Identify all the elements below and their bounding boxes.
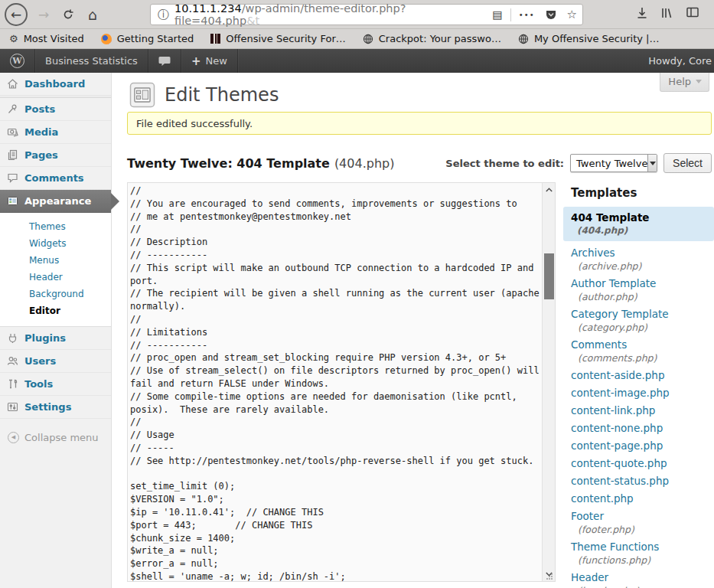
template-item: Archives (archive.php) <box>563 247 714 272</box>
bookmark-label: My Offensive Security |… <box>534 33 660 44</box>
select-theme-button[interactable]: Select <box>663 153 712 173</box>
template-link[interactable]: content-page.php <box>571 439 714 452</box>
scrollbar-thumb[interactable] <box>544 253 554 299</box>
bookmark-getting-started[interactable]: Getting Started <box>101 33 194 44</box>
offsec-icon <box>210 34 220 44</box>
submenu-item-background[interactable]: Background <box>0 286 111 302</box>
help-tab[interactable]: Help <box>660 73 709 92</box>
pocket-icon[interactable] <box>546 10 556 20</box>
sidebar-item-plugins[interactable]: Plugins <box>0 327 111 350</box>
template-link[interactable]: content-link.php <box>571 404 714 416</box>
bookmark-offensive-security-forums[interactable]: Offensive Security For… <box>210 33 345 44</box>
template-link[interactable]: content.php <box>571 492 714 505</box>
forward-button[interactable]: → <box>32 3 55 26</box>
reload-icon <box>62 8 74 21</box>
pushpin-icon <box>7 103 18 115</box>
template-link[interactable]: Archives <box>571 247 714 259</box>
sidebar-item-posts[interactable]: Posts <box>0 98 111 121</box>
themes-screen-icon <box>129 82 155 108</box>
template-link[interactable]: content-none.php <box>571 422 714 434</box>
submenu-item-header[interactable]: Header <box>0 269 111 286</box>
submenu-item-editor[interactable]: Editor <box>0 302 111 319</box>
template-link[interactable]: Footer <box>571 510 714 522</box>
url-bar[interactable]: ⓘ 10.11.1.234/wp-admin/theme-editor.php?… <box>150 4 583 25</box>
collapse-menu-button[interactable]: ◀ Collapse menu <box>0 426 111 448</box>
template-item: content-quote.php <box>563 457 714 469</box>
template-item: content.php <box>563 492 714 505</box>
reader-mode-icon[interactable]: ▤ <box>492 8 503 21</box>
tools-icon <box>7 378 18 390</box>
template-link[interactable]: Author Template <box>571 277 714 289</box>
template-link[interactable]: content-aside.php <box>571 369 714 381</box>
template-link[interactable]: Comments <box>571 338 714 351</box>
current-menu-arrow <box>111 193 119 210</box>
reload-button[interactable] <box>57 3 80 26</box>
library-icon[interactable] <box>660 6 673 20</box>
dropdown-arrow-segment <box>647 155 657 172</box>
dashboard-home-icon <box>7 78 18 90</box>
template-file: (comments.php) <box>578 352 714 364</box>
theme-select-group: Select theme to edit: Twenty Twelve Sele… <box>445 153 712 173</box>
appearance-icon <box>7 195 18 207</box>
main-content: Help Edit Themes File edited successfull… <box>112 73 714 588</box>
users-icon <box>7 355 18 367</box>
submenu-item-widgets[interactable]: Widgets <box>0 235 111 252</box>
sidebar-item-tools[interactable]: Tools <box>0 373 111 396</box>
pages-icon <box>7 149 18 161</box>
howdy-account-menu[interactable]: Howdy, Core <box>648 49 714 73</box>
theme-heading: Twenty Twelve: 404 Template <box>127 156 330 171</box>
code-textarea[interactable]: // // You are encouraged to send comment… <box>128 183 542 581</box>
template-item-selected[interactable]: 404 Template (404.php) <box>563 207 714 241</box>
editor-scrollbar[interactable] <box>542 183 555 581</box>
sidebar-item-label: Dashboard <box>24 78 85 90</box>
page-title: Edit Themes <box>165 84 279 106</box>
sidebar-item-appearance[interactable]: Appearance <box>0 190 111 213</box>
browser-toolbar: ← → ⌂ ⓘ 10.11.1.234/wp-admin/theme-edito… <box>0 0 714 29</box>
home-button[interactable]: ⌂ <box>81 3 104 26</box>
wp-logo-menu[interactable]: W <box>0 49 35 73</box>
template-file: (author.php) <box>578 291 714 302</box>
template-link[interactable]: content-quote.php <box>571 457 714 469</box>
bookmark-my-offensive-security[interactable]: My Offensive Security |… <box>518 33 660 44</box>
downloads-icon[interactable] <box>635 6 649 20</box>
template-file: (404.php) <box>577 225 708 236</box>
template-link[interactable]: Category Template <box>571 308 714 320</box>
submenu-item-themes[interactable]: Themes <box>0 218 111 235</box>
scroll-up-arrow[interactable] <box>543 184 555 196</box>
bookmark-label: Offensive Security For… <box>226 33 345 44</box>
chevron-down-icon <box>696 80 702 83</box>
back-button[interactable]: ← <box>5 3 28 26</box>
sidebar-item-label: Plugins <box>24 332 66 344</box>
template-link[interactable]: content-image.php <box>571 387 714 399</box>
sidebar-item-label: Comments <box>24 172 84 184</box>
select-theme-label: Select theme to edit: <box>445 158 564 169</box>
sidebar-item-users[interactable]: Users <box>0 350 111 373</box>
sidebar-item-label: Appearance <box>24 195 91 207</box>
theme-file-name: (404.php) <box>334 156 395 171</box>
page-actions-icon[interactable]: ••• <box>519 11 535 19</box>
comments-menu[interactable] <box>148 49 181 73</box>
bookmark-most-visited[interactable]: ⚙ Most Visited <box>9 33 84 44</box>
sidebar-item-media[interactable]: Media <box>0 121 111 144</box>
template-link[interactable]: content-status.php <box>571 475 714 487</box>
bookmark-star-icon[interactable]: ☆ <box>567 8 577 21</box>
template-link[interactable]: Theme Functions <box>571 541 714 553</box>
resize-grip-icon[interactable] <box>546 573 553 580</box>
bookmark-crackpot[interactable]: Crackpot: Your passwo… <box>363 33 501 44</box>
template-item: content-aside.php <box>563 369 714 381</box>
sidebar-item-settings[interactable]: Settings <box>0 396 111 419</box>
site-name-menu[interactable]: Business Statistics <box>35 49 148 73</box>
sidebar-item-pages[interactable]: Pages <box>0 144 111 167</box>
template-link[interactable]: Header <box>571 571 714 583</box>
sidebar-item-dashboard[interactable]: Dashboard <box>0 73 111 96</box>
theme-heading-row: Twenty Twelve: 404 Template (404.php) Se… <box>127 152 712 174</box>
new-content-menu[interactable]: + New <box>181 49 238 73</box>
sidebar-item-label: Media <box>24 126 58 138</box>
globe-icon <box>363 34 373 44</box>
sidebar-panel-icon[interactable] <box>686 6 699 18</box>
sidebar-item-comments[interactable]: Comments <box>0 167 111 190</box>
site-info-icon[interactable]: ⓘ <box>158 8 169 22</box>
submenu-item-menus[interactable]: Menus <box>0 252 111 269</box>
theme-select-dropdown[interactable]: Twenty Twelve <box>570 154 657 172</box>
url-text: 10.11.1.234/wp-admin/theme-editor.php?fi… <box>174 2 487 27</box>
